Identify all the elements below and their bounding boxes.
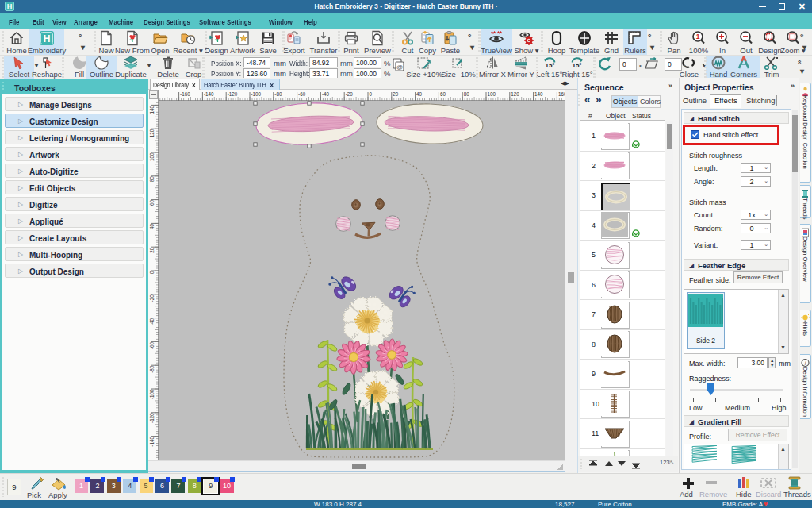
svg-text:i: i [805, 360, 806, 366]
svg-text:20: 20 [393, 91, 399, 97]
svg-text:160: 160 [558, 91, 565, 97]
svg-text:120: 120 [511, 91, 519, 97]
svg-text:-40: -40 [322, 91, 330, 97]
svg-text:-100: -100 [251, 91, 262, 97]
svg-text:H: H [44, 33, 51, 44]
svg-text:-160: -160 [180, 91, 190, 97]
svg-text:-120: -120 [228, 91, 238, 97]
svg-text:@: @ [396, 64, 403, 71]
svg-text:0: 0 [370, 91, 373, 97]
svg-text:-140: -140 [204, 91, 214, 97]
svg-text:60: 60 [440, 91, 446, 97]
svg-text:-60: -60 [298, 91, 306, 97]
svg-text:100: 100 [488, 91, 496, 97]
svg-text:15°: 15° [572, 62, 581, 69]
svg-text:40: 40 [416, 91, 423, 97]
svg-text:-80: -80 [274, 91, 282, 97]
svg-text:140: 140 [534, 91, 543, 97]
svg-text:15°: 15° [545, 62, 554, 69]
svg-text:-20: -20 [346, 91, 354, 97]
svg-text:80: 80 [464, 91, 470, 97]
svg-text:1: 1 [696, 33, 700, 40]
